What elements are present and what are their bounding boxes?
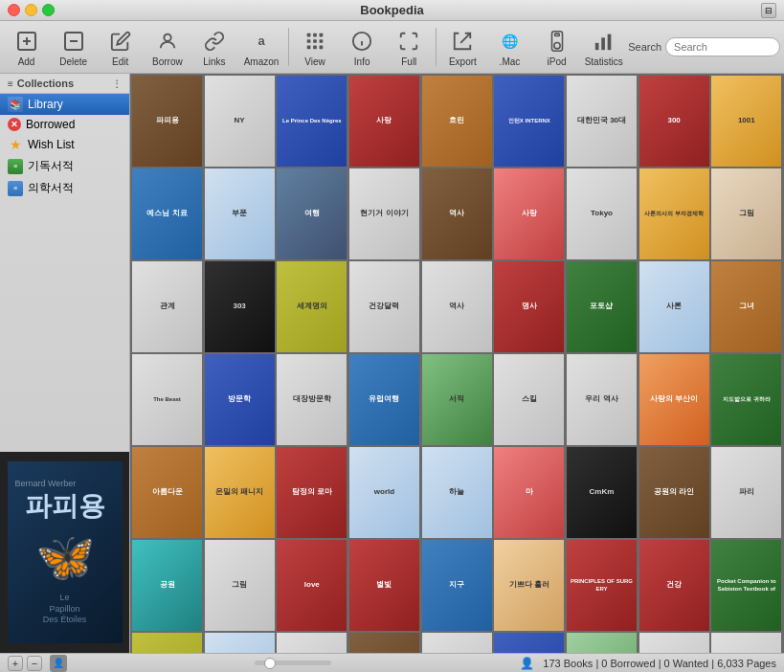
book-item[interactable]: 그림 [205, 540, 275, 631]
book-item[interactable]: 서적 [567, 633, 637, 653]
book-item[interactable]: 유럽여행 [349, 354, 419, 445]
info-button[interactable]: Info [340, 24, 385, 70]
book-item[interactable]: 세계명의 [277, 261, 347, 352]
status-add-button[interactable]: + [8, 656, 23, 671]
maximize-button[interactable] [42, 4, 55, 16]
book-item[interactable]: 공원 [132, 540, 202, 631]
book-item[interactable]: 별빛 [349, 540, 419, 631]
book-item[interactable]: world [349, 447, 419, 538]
book-item[interactable]: 흐린 [422, 76, 492, 167]
minimize-button[interactable] [25, 4, 37, 16]
borrow-button[interactable]: Borrow [145, 24, 190, 70]
book-item[interactable]: PRINCIPLES OF SURGERY [567, 540, 637, 631]
book-item[interactable]: 인턴X INTERNX [494, 76, 564, 167]
book-item[interactable]: Tokyo [567, 168, 637, 259]
book-item[interactable]: 부푼 [205, 168, 275, 259]
book-item[interactable]: 역사 [422, 261, 492, 352]
wishlist-icon: ★ [8, 137, 23, 152]
book-item[interactable]: 은밀의 패니지 [205, 447, 275, 538]
book-item[interactable]: 하늘에 저서 [277, 633, 347, 653]
book-item[interactable]: Pocket Companion to Sabiston Textbook of [711, 540, 781, 631]
book-item[interactable]: 지구 [422, 540, 492, 631]
close-button[interactable] [8, 4, 20, 16]
book-item[interactable]: 마 [494, 447, 564, 538]
book-item[interactable]: 파리 [711, 447, 781, 538]
search-input[interactable] [665, 37, 780, 56]
book-cover: 사랑 [349, 76, 419, 167]
book-item[interactable]: CmKm [567, 447, 637, 538]
book-item[interactable]: 너무나미 기능합니다 [711, 633, 781, 653]
book-item[interactable]: 아름다운 [132, 447, 202, 538]
mac-button[interactable]: 🌐 .Mac [487, 24, 532, 70]
book-item[interactable]: Paris [132, 633, 202, 653]
book-cover: 부푼 [205, 168, 275, 259]
book-item[interactable]: love [277, 540, 347, 631]
title-bar: Bookpedia ⊟ [0, 0, 784, 21]
full-button[interactable]: Full [387, 24, 432, 70]
book-item[interactable]: 도보 여행기 [205, 633, 275, 653]
window-btn[interactable]: ⊟ [761, 3, 776, 18]
book-cover: 1001 [711, 76, 781, 167]
book-item[interactable]: 건강달력 [349, 261, 419, 352]
book-item[interactable]: TEXTBOOK OF SURGERY [494, 633, 564, 653]
book-item[interactable]: 역사 [422, 168, 492, 259]
sidebar-item-library[interactable]: 📚Library [0, 94, 129, 115]
ipod-button[interactable]: iPod [534, 24, 579, 70]
book-item[interactable]: 기쁘다 흘러 [494, 540, 564, 631]
svg-rect-9 [307, 39, 311, 43]
book-item[interactable]: 그녀 [711, 261, 781, 352]
sidebar-item-korean2[interactable]: ≡의학서적 [0, 177, 129, 199]
view-label: View [304, 56, 325, 67]
book-item[interactable]: 사랑 [494, 168, 564, 259]
book-item[interactable]: NY [205, 76, 275, 167]
book-item[interactable]: 서적 [422, 354, 492, 445]
book-item[interactable]: 사론 [639, 261, 709, 352]
book-item[interactable]: 여행 [277, 168, 347, 259]
book-item[interactable]: 지도밟으로 귀하라 [711, 354, 781, 445]
book-item[interactable]: 예스님 치료 [132, 168, 202, 259]
book-item[interactable]: 사랑의 부산이 [639, 354, 709, 445]
sidebar-item-borrowed[interactable]: ✕Borrowed [0, 115, 129, 134]
book-cover: 303 [205, 261, 275, 352]
book-item[interactable]: 303 [205, 261, 275, 352]
book-item[interactable]: 1001 [711, 76, 781, 167]
book-item[interactable]: Painter 8 [639, 633, 709, 653]
book-item[interactable]: 방문학 [205, 354, 275, 445]
edit-button[interactable]: Edit [98, 24, 143, 70]
export-button[interactable]: Export [440, 24, 485, 70]
book-item[interactable]: 포토샵 [567, 261, 637, 352]
book-item[interactable]: 우리 역사 [567, 354, 637, 445]
sidebar-item-wishlist[interactable]: ★Wish List [0, 134, 129, 155]
book-item[interactable]: 건강 [639, 540, 709, 631]
book-item[interactable]: 명사 [494, 261, 564, 352]
book-item[interactable]: 대한민국 30대 [567, 76, 637, 167]
sidebar-item-korean1[interactable]: ≡기독서적 [0, 155, 129, 177]
book-item[interactable]: Le Prince Des Nègres [277, 76, 347, 167]
book-item[interactable]: 사랑 [349, 76, 419, 167]
book-item[interactable]: 파피용 [132, 76, 202, 167]
books-scroll[interactable]: 파피용NYLe Prince Des Nègres사랑흐린인턴X INTERNX… [130, 74, 784, 653]
progress-slider[interactable] [255, 661, 331, 665]
book-item[interactable]: 300 [639, 76, 709, 167]
book-item[interactable]: 탐정의 로마 [277, 447, 347, 538]
book-item[interactable] [422, 633, 492, 653]
book-item[interactable]: 그림 [711, 168, 781, 259]
book-item[interactable]: 공원의 라인 [639, 447, 709, 538]
book-item[interactable]: 대장방문학 [277, 354, 347, 445]
view-button[interactable]: View [293, 24, 338, 70]
book-item[interactable]: 하늘 [422, 447, 492, 538]
book-item[interactable]: 스킬 [494, 354, 564, 445]
book-cover: 아름다운 [132, 447, 202, 538]
book-cover: 서적 [422, 354, 492, 445]
amazon-button[interactable]: a Amazon [238, 24, 283, 70]
links-button[interactable]: Links [191, 24, 236, 70]
book-item[interactable]: 사론의사의 부자경제학 [639, 168, 709, 259]
book-item[interactable] [349, 633, 419, 653]
book-item[interactable]: 관계 [132, 261, 202, 352]
book-item[interactable]: 현기거 이야기 [349, 168, 419, 259]
add-button[interactable]: Add [4, 24, 49, 70]
book-item[interactable]: The Beast [132, 354, 202, 445]
delete-button[interactable]: Delete [51, 24, 96, 70]
stats-button[interactable]: Statistics [581, 24, 626, 70]
status-del-button[interactable]: − [27, 656, 42, 671]
